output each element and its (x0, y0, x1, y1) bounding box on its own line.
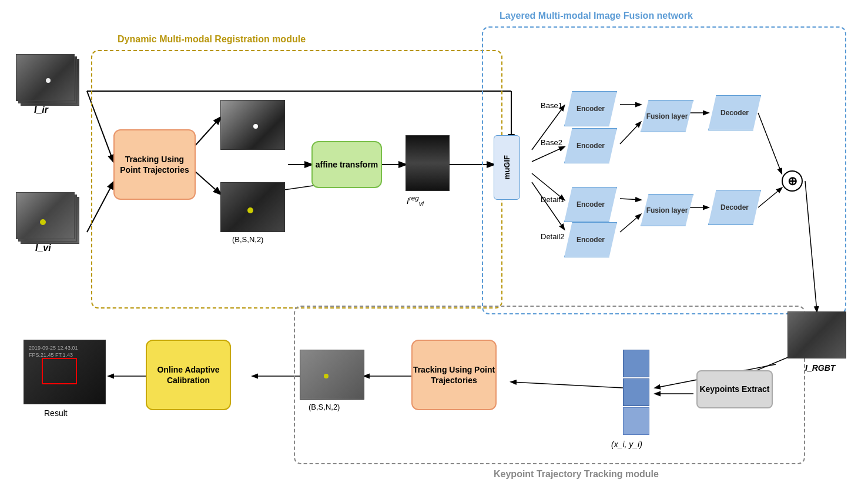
base1-label: Base1 (541, 101, 562, 110)
mugif-block: muGIF (494, 135, 520, 200)
detail2-label: Detail2 (541, 232, 564, 241)
online-cal-node: Online Adaptive Calibration (146, 340, 231, 410)
encoder2-top: Encoder (564, 187, 617, 222)
I-vi-label: I_vi (35, 243, 51, 253)
registration-module-label: Dynamic Multi-modal Registration module (118, 34, 306, 45)
I-RGBT-label: I_RGBT (805, 363, 835, 373)
I-RGBT-thumb (787, 311, 846, 358)
result-thumb: 2019-09-25 12:43:01 FPS:21.45 FT:1.43 (24, 340, 106, 404)
I-vi-reg-thumb (405, 135, 450, 191)
tracking-node-2: Tracking Using Point Trajectories (411, 340, 497, 410)
fusion-layer2: Fusion layer (641, 194, 693, 226)
bsn2-top-label: (B,S,N,2) (232, 235, 263, 244)
bsn2-bottom-label: (B,S,N,2) (309, 403, 340, 411)
keypoints-node: Keypoints Extract (696, 370, 773, 408)
keypoint-module-label: Keypoint Trajectory Tracking module (494, 469, 659, 480)
result-label: Result (44, 408, 68, 418)
encoder1-top: Encoder (564, 91, 617, 126)
xi-yi-label: (x_i, y_i) (611, 440, 642, 449)
plus-circle: ⊕ (782, 170, 803, 192)
I-vi-reg-label: Iregvi (407, 194, 424, 207)
tracking-node-1: Tracking Using Point Trajectories (113, 129, 196, 200)
fusion-layer1: Fusion layer (641, 100, 693, 132)
bsn2-bottom-thumb (300, 350, 364, 400)
thumb-top (220, 100, 285, 150)
decoder2: Decoder (708, 190, 761, 225)
detail1-label: Detail1 (541, 195, 564, 204)
keypoint-columns (623, 350, 649, 435)
encoder2-bottom: Encoder (564, 222, 617, 257)
I-ir-label: I_ir (34, 105, 48, 115)
base2-label: Base2 (541, 138, 562, 147)
encoder1-bottom: Encoder (564, 128, 617, 163)
fusion-network-label: Layered Multi-modal Image Fusion network (500, 11, 693, 21)
decoder1: Decoder (708, 95, 761, 130)
thumb-bottom (220, 182, 285, 232)
affine-node: affine transform (311, 141, 382, 188)
diagram-container: Dynamic Multi-modal Registration module … (0, 0, 868, 486)
